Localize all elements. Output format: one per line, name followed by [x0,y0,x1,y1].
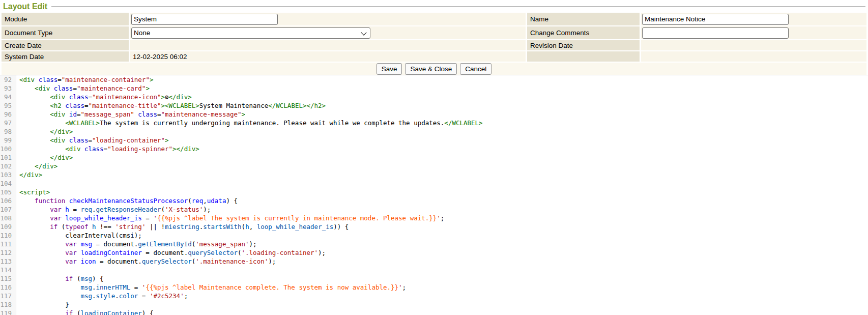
system-date-value-cell: 12-02-2025 06:02 [130,51,526,62]
code-text: <WCLABEL>The system is currently undergo… [16,119,483,127]
form-row-module-name: Module Name [2,13,866,25]
code-text: if (typeof h !== 'string' || !miestring.… [16,222,349,231]
code-line[interactable]: 112 var loadingContainer = document.quer… [0,248,868,257]
code-text: <div class="maintenance-card"> [16,84,150,93]
code-line[interactable]: 111 var msg = document.getElementById('m… [0,240,868,248]
line-number: 102 [0,162,16,170]
code-line[interactable]: 119 if (loadingContainer) { [0,309,868,315]
code-line[interactable]: 96 <div id="message_span" class="mainten… [0,110,868,119]
code-text: var h = req.getResponseHeader('X-status'… [16,205,211,214]
code-text: if (msg) { [16,274,104,283]
empty-value-cell [641,51,866,62]
line-number: 110 [0,231,16,240]
name-label: Name [527,13,640,25]
code-line[interactable]: 107 var h = req.getResponseHeader('X-sta… [0,205,868,214]
code-text: msg.innerHTML = '{{%pjs ^label Maintenan… [16,283,406,292]
code-line[interactable]: 98 </div> [0,127,868,136]
line-number: 97 [0,119,16,127]
code-line[interactable]: 108 var loop_while_header_is = '{{%pjs ^… [0,214,868,222]
code-text: </div> [16,153,73,162]
layout-edit-page: Layout Edit Module Name Document Type No… [0,0,868,315]
form-buttons-row: Save Save & Close Cancel [2,63,866,75]
line-number: 111 [0,240,16,248]
code-line[interactable]: 99 <div class="loading-container"> [0,136,868,145]
code-line[interactable]: 100 <div class="loading-spinner"></div> [0,145,868,153]
module-label: Module [2,13,129,25]
save-button[interactable]: Save [377,63,402,75]
fieldset-legend-row: Layout Edit [0,0,868,12]
line-number: 95 [0,101,16,110]
name-input[interactable] [642,14,789,25]
code-line[interactable]: 97 <WCLABEL>The system is currently unde… [0,119,868,127]
code-text: </div> [16,170,42,179]
code-line[interactable]: 115 if (msg) { [0,274,868,283]
line-number: 93 [0,84,16,93]
code-line[interactable]: 109 if (typeof h !== 'string' || !miestr… [0,222,868,231]
line-number: 94 [0,93,16,101]
code-text: if (loadingContainer) { [16,309,153,315]
code-line[interactable]: 118 } [0,300,868,309]
code-text: clearInterval(cmsi); [16,231,142,240]
revision-date-value-cell [641,40,866,50]
line-number: 106 [0,196,16,205]
code-text: </div> [16,127,73,136]
change-comments-value-cell [641,26,866,39]
code-line[interactable]: 94 <div class="maintenance-icon">⚙</div> [0,93,868,101]
legend-rule [51,6,865,7]
code-line[interactable]: 113 var icon = document.querySelector('.… [0,257,868,266]
code-line[interactable]: 106 function checkMaintenanceStatusProce… [0,196,868,205]
code-line[interactable]: 114 [0,266,868,274]
code-text: } [16,300,69,309]
module-value-cell [130,13,526,25]
document-type-label: Document Type [2,26,129,39]
form-row-system-date: System Date 12-02-2025 06:02 [2,51,866,62]
module-input[interactable] [131,14,278,25]
code-line[interactable]: 117 msg.style.color = '#2c5234'; [0,292,868,300]
code-line[interactable]: 110 clearInterval(cmsi); [0,231,868,240]
code-line[interactable]: 101 </div> [0,153,868,162]
change-comments-input[interactable] [642,27,789,39]
document-type-select-wrap: None [131,27,370,39]
line-number: 107 [0,205,16,214]
create-date-value-cell [130,40,526,50]
code-text: var msg = document.getElementById('messa… [16,240,257,248]
line-number: 103 [0,170,16,179]
code-line[interactable]: 92<div class="maintenance-container"> [0,75,868,84]
code-line[interactable]: 95 <h2 class="maintenance-title"><WCLABE… [0,101,868,110]
code-text: <div class="maintenance-container"> [16,75,153,84]
code-line[interactable]: 93 <div class="maintenance-card"> [0,84,868,93]
line-number: 113 [0,257,16,266]
line-number: 109 [0,222,16,231]
line-number: 117 [0,292,16,300]
code-text: </div> [16,162,57,170]
save-and-close-button[interactable]: Save & Close [405,63,457,75]
line-number: 105 [0,188,16,196]
code-editor[interactable]: 92<div class="maintenance-container">93 … [0,75,868,315]
cancel-button[interactable]: Cancel [460,63,491,75]
code-line[interactable]: 105<script> [0,188,868,196]
line-number: 92 [0,75,16,84]
line-number: 116 [0,283,16,292]
code-line[interactable]: 116 msg.innerHTML = '{{%pjs ^label Maint… [0,283,868,292]
line-number: 101 [0,153,16,162]
code-text [16,266,19,274]
line-number: 99 [0,136,16,145]
code-text: var loadingContainer = document.querySel… [16,248,326,257]
code-line[interactable]: 104 [0,179,868,188]
code-text: <script> [16,188,50,196]
line-number: 104 [0,179,16,188]
code-line[interactable]: 103</div> [0,170,868,179]
code-text: function checkMaintenanceStatusProcessor… [16,196,238,205]
document-type-select[interactable]: None [131,27,370,39]
create-date-label: Create Date [2,40,129,50]
form-row-doctype-comments: Document Type None Change Comments [2,26,866,39]
page-title: Layout Edit [2,2,47,11]
name-value-cell [641,13,866,25]
line-number: 112 [0,248,16,257]
line-number: 100 [0,145,16,153]
code-text: <div class="loading-container"> [16,136,169,145]
code-text: <div id="message_span" class="maintenanc… [16,110,245,119]
change-comments-label: Change Comments [527,26,640,39]
code-line[interactable]: 102 </div> [0,162,868,170]
code-text: var loop_while_header_is = '{{%pjs ^labe… [16,214,444,222]
